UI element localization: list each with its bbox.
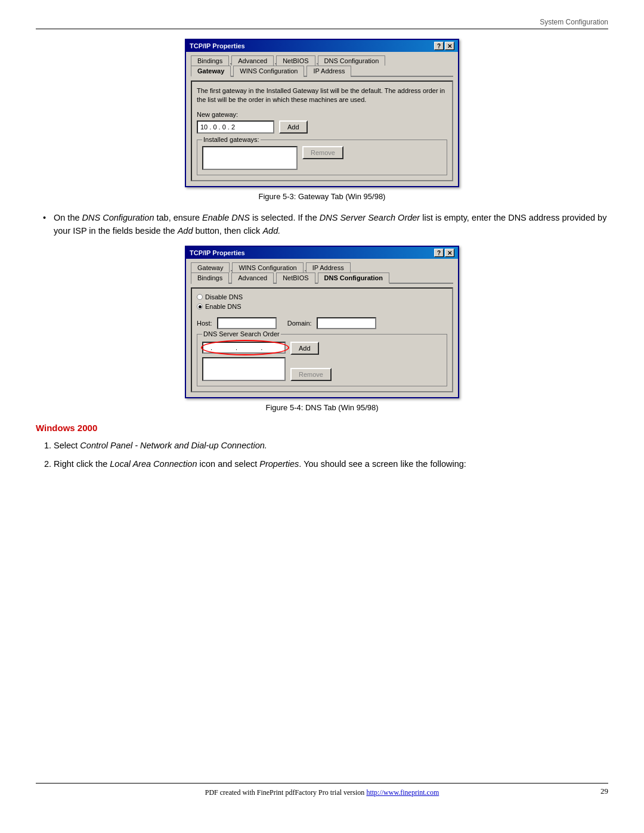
help-button2[interactable]: ? [434,249,444,257]
tab4-gateway[interactable]: Gateway [191,262,230,272]
page-header: System Configuration [540,18,608,26]
disable-dns-radio[interactable] [197,294,203,300]
tab-advanced[interactable]: Advanced [231,55,274,66]
gateway-ip-input[interactable]: 10 . 0 . 0 . 2 [197,120,274,134]
step1: Select Control Panel - Network and Dial-… [54,439,608,453]
tab-netbios[interactable]: NetBIOS [276,55,315,66]
tab4-dns-active[interactable]: DNS Configuration [318,272,389,284]
dns-add-button[interactable]: Add [290,342,319,355]
tab4-bindings[interactable]: Bindings [191,272,229,284]
tab-ip-address[interactable]: IP Address [306,66,351,77]
bullet-text: On the DNS Configuration tab, ensure Ena… [36,212,608,238]
enable-dns-row: Enable DNS [197,303,447,310]
step2: Right click the Local Area Connection ic… [54,457,608,471]
new-gateway-label: New gateway: [197,111,447,118]
windows2000-steps: Select Control Panel - Network and Dial-… [36,439,608,471]
installed-gateways-group: Installed gateways: Remove [197,140,447,175]
dns-remove-button: Remove [290,368,332,381]
gateway-add-button[interactable]: Add [279,120,308,134]
tab-dns-config[interactable]: DNS Configuration [318,55,386,66]
dns-search-group: DNS Server Search Order . . . Add [197,334,447,386]
tab4-strip-row1: Gateway WINS Configuration IP Address Bi… [191,262,453,284]
help-button[interactable]: ? [434,42,444,50]
tab4-advanced[interactable]: Advanced [231,272,274,284]
disable-dns-row: Disable DNS [197,293,447,301]
tab-strip-row1: Bindings Advanced NetBIOS DNS Configurat… [191,55,453,77]
dns-list-box[interactable] [202,357,286,381]
domain-input[interactable] [317,317,376,329]
footer-line [36,783,608,784]
tab-wins[interactable]: WINS Configuration [233,66,304,77]
dialog3-title-buttons: ? ✕ [434,42,454,50]
main-content: TCP/IP Properties ? ✕ Bindings Advanced … [36,39,608,773]
footer-pdf-text: PDF created with FinePrint pdfFactory Pr… [205,788,367,797]
gateway-remove-button: Remove [302,146,343,159]
close-button2[interactable]: ✕ [445,249,454,257]
dialog4-panel: Disable DNS Enable DNS Host: Domain: [191,287,453,392]
dns-ip-input[interactable]: . . . [202,342,286,354]
host-label: Host: [197,320,212,327]
tab4-ip[interactable]: IP Address [306,262,351,272]
tab-gateway-active[interactable]: Gateway [191,66,231,77]
dialog4-titlebar: TCP/IP Properties ? ✕ [186,247,458,259]
installed-gateways-list[interactable] [202,146,298,170]
figure4-container: TCP/IP Properties ? ✕ Gateway WINS Confi… [36,246,608,412]
tab4-netbios[interactable]: NetBIOS [276,272,315,284]
figure4-dialog: TCP/IP Properties ? ✕ Gateway WINS Confi… [185,246,459,398]
windows2000-heading: Windows 2000 [36,423,608,433]
installed-gateways-label: Installed gateways: [202,136,261,143]
gateway-input-row: 10 . 0 . 0 . 2 Add [197,120,447,134]
page-footer: PDF created with FinePrint pdfFactory Pr… [36,783,608,797]
host-domain-row: Host: Domain: [197,317,447,329]
windows2000-section: Windows 2000 Select Control Panel - Netw… [36,423,608,471]
domain-label: Domain: [287,320,312,327]
dialog4-content: Gateway WINS Configuration IP Address Bi… [186,259,458,397]
dialog3-content: Bindings Advanced NetBIOS DNS Configurat… [186,52,458,186]
dialog3-titlebar: TCP/IP Properties ? ✕ [186,40,458,52]
header-line [36,29,608,29]
dialog4-title-buttons: ? ✕ [434,249,454,257]
page-number: 29 [600,786,608,796]
figure3-caption: Figure 5-3: Gateway Tab (Win 95/98) [259,192,386,201]
footer-text: PDF created with FinePrint pdfFactory Pr… [36,788,608,797]
figure3-dialog: TCP/IP Properties ? ✕ Bindings Advanced … [185,39,459,187]
dialog3-panel: The first gateway in the Installed Gatew… [191,80,453,181]
enable-dns-radio[interactable] [197,304,203,309]
tab-bindings[interactable]: Bindings [191,55,229,66]
tab4-wins[interactable]: WINS Configuration [232,262,303,272]
footer-url[interactable]: http://www.fineprint.com [366,788,439,797]
figure4-caption: Figure 5-4: DNS Tab (Win 95/98) [265,403,378,412]
close-button[interactable]: ✕ [445,42,454,50]
dialog3-info: The first gateway in the Installed Gatew… [197,86,447,105]
enable-dns-label: Enable DNS [205,303,242,310]
host-input[interactable] [217,317,277,329]
dialog4-title: TCP/IP Properties [190,249,245,256]
figure3-container: TCP/IP Properties ? ✕ Bindings Advanced … [36,39,608,201]
dns-search-label: DNS Server Search Order [202,330,281,337]
dialog3-title: TCP/IP Properties [190,42,245,49]
disable-dns-label: Disable DNS [205,293,243,301]
